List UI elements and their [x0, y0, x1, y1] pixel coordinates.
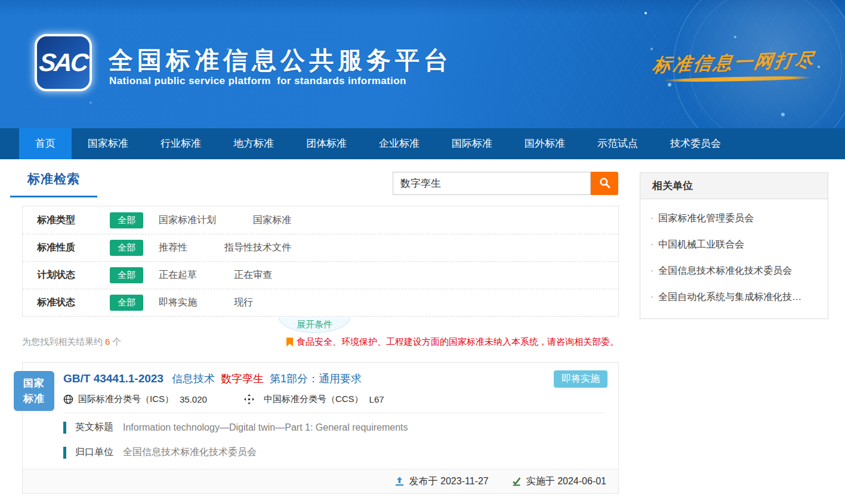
- search-icon: [599, 177, 610, 190]
- filter-label: 标准状态: [37, 296, 97, 309]
- related-unit-link[interactable]: ·全国自动化系统与集成标准化技…: [640, 284, 828, 310]
- nav-tab-group-standards[interactable]: 团体标准: [290, 128, 363, 159]
- nav-tab-enterprise-standards[interactable]: 企业标准: [363, 128, 436, 159]
- filter-option[interactable]: 推荐性: [159, 242, 187, 254]
- related-unit-link[interactable]: ·国家标准化管理委员会: [640, 205, 828, 231]
- standard-title-part2[interactable]: 第1部分：通用要求: [270, 372, 362, 386]
- results-line: 为您找到相关结果约6个 食品安全、环境保护、工程建设方面的国家标准未纳入本系统，…: [22, 336, 619, 348]
- sac-logo[interactable]: SAC: [35, 34, 92, 91]
- nav-tab-foreign-standards[interactable]: 国外标准: [508, 128, 581, 159]
- related-unit-label: 中国机械工业联合会: [658, 239, 744, 251]
- standard-result-card: 国家 标准 GB/T 43441.1-2023 信息技术 数字孪生 第1部分：通…: [22, 362, 619, 494]
- field-label-english-title: 英文标题: [75, 421, 113, 434]
- filter-label: 标准类型: [37, 214, 97, 227]
- card-footer: 发布于 2023-11-27 实施于 2024-06-01: [23, 469, 618, 493]
- results-count-number: 6: [105, 336, 110, 347]
- results-count-prefix: 为您找到相关结果约: [22, 336, 103, 347]
- committee-row: 归口单位 全国信息技术标准化技术委员会: [63, 446, 257, 459]
- nav-tab-national-standards[interactable]: 国家标准: [72, 128, 144, 159]
- ccs-group: 中国标准分类号（CCS） L67: [244, 394, 384, 405]
- nav-tab-local-standards[interactable]: 地方标准: [217, 128, 290, 159]
- filter-all-button[interactable]: 全部: [110, 240, 143, 256]
- implemented-label: 实施于: [526, 475, 555, 488]
- results-count: 为您找到相关结果约6个: [22, 336, 121, 348]
- globe-icon: [63, 394, 73, 404]
- check-icon: [511, 477, 522, 487]
- nav-tab-home[interactable]: 首页: [19, 128, 72, 159]
- filter-all-button[interactable]: 全部: [110, 267, 143, 283]
- related-unit-link[interactable]: ·中国机械工业联合会: [640, 231, 828, 258]
- field-value-english-title: Information technology—Digital twin—Part…: [123, 422, 408, 433]
- filter-row-plan-status: 计划状态 全部 正在起草 正在审查: [23, 261, 618, 289]
- field-label-committee: 归口单位: [75, 446, 113, 459]
- status-badge: 即将实施: [554, 370, 607, 388]
- related-unit-label: 全国信息技术标准化技术委员会: [658, 265, 792, 277]
- published-date-item: 发布于 2023-11-27: [394, 475, 489, 488]
- badge-line1: 国家: [14, 376, 54, 391]
- bullet-dot: ·: [650, 239, 653, 250]
- related-unit-link[interactable]: ·全国信息技术标准化技术委员会: [640, 258, 828, 284]
- filter-all-button[interactable]: 全部: [110, 212, 143, 228]
- standard-title-link[interactable]: GB/T 43441.1-2023 信息技术 数字孪生 第1部分：通用要求: [63, 372, 368, 386]
- filter-option[interactable]: 现行: [234, 296, 253, 309]
- system-notice: 食品安全、环境保护、工程建设方面的国家标准未纳入本系统，请咨询相关部委。: [286, 336, 619, 348]
- bookmark-icon: [286, 338, 293, 347]
- expand-conditions-button[interactable]: 展开条件: [279, 317, 350, 333]
- results-count-suffix: 个: [112, 336, 121, 347]
- sac-logo-text: SAC: [38, 48, 89, 77]
- filter-option[interactable]: 正在审查: [234, 269, 272, 282]
- filter-all-button[interactable]: 全部: [110, 295, 143, 311]
- related-units-list: ·国家标准化管理委员会 ·中国机械工业联合会 ·全国信息技术标准化技术委员会 ·…: [640, 199, 828, 319]
- nav-tab-international-standards[interactable]: 国际标准: [436, 128, 508, 159]
- section-title-wrap: 标准检索: [10, 171, 97, 197]
- standard-title-highlight[interactable]: 数字孪生: [221, 372, 264, 386]
- standard-title-part1[interactable]: 信息技术: [172, 372, 215, 386]
- nav-tab-industry-standards[interactable]: 行业标准: [144, 128, 217, 159]
- national-standard-badge: 国家 标准: [14, 371, 54, 411]
- ics-value: 35.020: [180, 394, 207, 404]
- filter-row-standard-type: 标准类型 全部 国家标准计划 国家标准: [23, 206, 618, 234]
- sparkle-dots-decoration: [644, 12, 647, 14]
- card-divider: [63, 413, 605, 413]
- field-marker: [63, 447, 66, 459]
- implemented-date-item: 实施于 2024-06-01: [511, 475, 606, 488]
- published-label: 发布于: [409, 475, 438, 488]
- filter-option[interactable]: 指导性技术文件: [224, 242, 291, 254]
- site-header: SAC 全国标准信息公共服务平台 National public service…: [0, 0, 845, 128]
- filter-option[interactable]: 国家标准计划: [159, 214, 216, 227]
- bullet-dot: ·: [650, 213, 653, 224]
- page: SAC 全国标准信息公共服务平台 National public service…: [0, 0, 845, 504]
- filter-option[interactable]: 正在起草: [159, 269, 197, 282]
- related-unit-label: 国家标准化管理委员会: [658, 212, 754, 225]
- ics-label: 国际标准分类号（ICS）: [78, 394, 174, 405]
- crosshair-icon: [244, 394, 254, 404]
- implemented-date: 2024-06-01: [557, 476, 606, 487]
- page-title: 标准检索: [27, 172, 80, 185]
- nav-tab-technical-committees[interactable]: 技术委员会: [654, 128, 737, 159]
- standard-code[interactable]: GB/T 43441.1-2023: [63, 372, 164, 385]
- ccs-value: L67: [369, 394, 384, 404]
- filter-option[interactable]: 国家标准: [253, 214, 291, 227]
- filter-panel: 标准类型 全部 国家标准计划 国家标准 标准性质 全部 推荐性 指导性技术文件 …: [22, 206, 619, 317]
- upload-icon: [394, 477, 405, 487]
- nav-tab-pilot-demonstration[interactable]: 示范试点: [581, 128, 654, 159]
- classification-row: 国际标准分类号（ICS） 35.020 中国标准分类号（CCS） L67: [63, 394, 384, 405]
- field-value-committee: 全国信息技术标准化技术委员会: [123, 446, 257, 459]
- field-marker: [63, 422, 66, 434]
- filter-label: 标准性质: [37, 242, 97, 254]
- english-title-row: 英文标题 Information technology—Digital twin…: [63, 421, 408, 434]
- badge-line2: 标准: [14, 391, 54, 407]
- bullet-dot: ·: [650, 292, 653, 302]
- search-button[interactable]: [591, 172, 618, 195]
- published-date: 2023-11-27: [440, 476, 489, 487]
- search-input[interactable]: [393, 172, 591, 195]
- notice-text: 食品安全、环境保护、工程建设方面的国家标准未纳入本系统，请咨询相关部委。: [297, 336, 619, 348]
- filter-row-standard-nature: 标准性质 全部 推荐性 指导性技术文件: [23, 234, 618, 261]
- bullet-dot: ·: [650, 265, 653, 276]
- ccs-label: 中国标准分类号（CCS）: [264, 394, 363, 405]
- filter-row-standard-status: 标准状态 全部 即将实施 现行: [23, 289, 618, 316]
- related-units-panel: 相关单位 ·国家标准化管理委员会 ·中国机械工业联合会 ·全国信息技术标准化技术…: [640, 172, 828, 319]
- filter-option[interactable]: 即将实施: [159, 296, 197, 309]
- main-nav: 首页 国家标准 行业标准 地方标准 团体标准 企业标准 国际标准 国外标准 示范…: [0, 128, 845, 159]
- site-subtitle: National public service platform for sta…: [109, 75, 406, 87]
